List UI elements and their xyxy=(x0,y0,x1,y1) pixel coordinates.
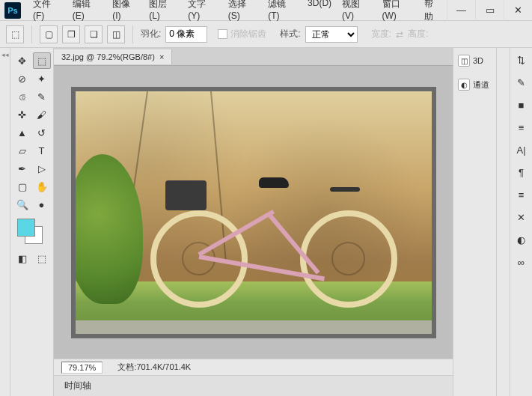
status-bar: 79.17% 文档:701.4K/701.4K xyxy=(54,359,453,375)
style-label: 样式: xyxy=(280,28,300,40)
adjust-icon[interactable]: ⇅ xyxy=(514,52,529,67)
window-controls: — ▭ ✕ xyxy=(447,0,532,21)
shape-tool[interactable]: ▢ xyxy=(13,178,31,195)
menu-3d[interactable]: 3D(D) xyxy=(303,0,336,26)
panel-channels-label: 通道 xyxy=(473,79,489,91)
stamp-tool[interactable]: ▲ xyxy=(13,124,31,141)
color-swatches[interactable] xyxy=(17,219,47,246)
panel-3d[interactable]: ◫3D xyxy=(456,52,493,69)
menu-help[interactable]: 帮助 xyxy=(420,0,447,26)
timeline-label: 时间轴 xyxy=(64,380,91,392)
hand-tool[interactable]: ✋ xyxy=(33,178,51,195)
menu-edit[interactable]: 编辑(E) xyxy=(68,0,106,26)
cube-icon: ◫ xyxy=(458,55,470,67)
feather-label: 羽化: xyxy=(141,28,161,40)
menu-file[interactable]: 文件(F) xyxy=(28,0,67,26)
add-selection-button[interactable]: ❐ xyxy=(62,25,80,43)
color-panel-icon[interactable]: ◐ xyxy=(514,232,529,247)
pen-tool[interactable]: ✒ xyxy=(13,160,31,177)
character-panel-icon[interactable]: A| xyxy=(514,142,529,157)
panel-3d-label: 3D xyxy=(473,56,483,65)
move-tool[interactable]: ✥ xyxy=(13,52,31,69)
wand-tool[interactable]: ✦ xyxy=(33,70,51,87)
channels-icon: ◐ xyxy=(458,79,470,91)
new-selection-button[interactable]: ▢ xyxy=(40,25,58,43)
document-tab-title: 32.jpg @ 79.2%(RGB/8#) xyxy=(61,52,155,61)
brush-panel-icon[interactable]: ✎ xyxy=(514,75,529,90)
history-brush-tool[interactable]: ↺ xyxy=(33,124,51,141)
blur-tool[interactable]: ● xyxy=(33,196,51,213)
menu-select[interactable]: 选择(S) xyxy=(224,0,262,26)
foreground-color-swatch[interactable] xyxy=(17,219,35,237)
toolbox: ✥⬚ ⊘✦ ⟃✎ ✜🖌 ▲↺ ▱T ✒▷ ▢✋ 🔍● ◧⬚ xyxy=(10,48,54,396)
canvas-image-bicycle xyxy=(150,143,397,308)
eraser-tool[interactable]: ▱ xyxy=(13,142,31,159)
style-select[interactable]: 正常 xyxy=(305,26,358,43)
right-collapse-strip[interactable] xyxy=(496,48,510,396)
close-button[interactable]: ✕ xyxy=(504,0,532,21)
layers-panel-icon[interactable]: ≡ xyxy=(514,120,529,135)
right-panel-group: ◫3D ◐通道 xyxy=(453,48,496,396)
timeline-panel[interactable]: 时间轴 xyxy=(54,375,453,396)
marquee-tool[interactable]: ⬚ xyxy=(33,52,51,69)
left-collapse-strip[interactable]: ◂◂ xyxy=(0,48,10,396)
tools-panel-icon[interactable]: ✕ xyxy=(514,210,529,225)
quickmask-tool[interactable]: ◧ xyxy=(13,250,31,266)
menu-type[interactable]: 文字(Y) xyxy=(183,0,221,26)
zoom-tool[interactable]: 🔍 xyxy=(13,196,31,213)
maximize-button[interactable]: ▭ xyxy=(475,0,504,21)
minimize-button[interactable]: — xyxy=(447,0,475,21)
menu-filter[interactable]: 滤镜(T) xyxy=(263,0,302,26)
cc-panel-icon[interactable]: ∞ xyxy=(514,255,529,269)
swatches-panel-icon[interactable]: ■ xyxy=(514,97,529,112)
path-select-tool[interactable]: ▷ xyxy=(33,160,51,177)
menu-layer[interactable]: 图层(L) xyxy=(144,0,182,26)
type-tool[interactable]: T xyxy=(33,142,51,159)
menu-view[interactable]: 视图(V) xyxy=(337,0,376,26)
antialias-label: 消除锯齿 xyxy=(230,28,266,39)
crop-tool[interactable]: ⟃ xyxy=(13,88,31,105)
eyedropper-tool[interactable]: ✎ xyxy=(33,88,51,105)
tool-preset-button[interactable]: ⬚ xyxy=(6,25,24,43)
feather-input[interactable] xyxy=(165,26,207,43)
subtract-selection-button[interactable]: ❏ xyxy=(85,25,103,43)
zoom-display[interactable]: 79.17% xyxy=(61,362,103,374)
document-tab[interactable]: 32.jpg @ 79.2%(RGB/8#) × xyxy=(54,49,172,64)
document-tabs: 32.jpg @ 79.2%(RGB/8#) × xyxy=(54,48,453,66)
panel-channels[interactable]: ◐通道 xyxy=(456,76,493,93)
canvas[interactable] xyxy=(71,87,436,338)
document-tab-close-icon[interactable]: × xyxy=(159,52,164,61)
intersect-selection-button[interactable]: ◫ xyxy=(107,25,125,43)
swap-wh-icon[interactable]: ⇄ xyxy=(396,29,403,40)
height-label: 高度: xyxy=(408,28,428,40)
menu-window[interactable]: 窗口(W) xyxy=(378,0,419,26)
doc-size-label: 文档: xyxy=(117,362,136,371)
screenmode-tool[interactable]: ⬚ xyxy=(33,250,51,266)
menu-image[interactable]: 图像(I) xyxy=(108,0,143,26)
antialias-checkbox[interactable] xyxy=(218,29,227,39)
heal-tool[interactable]: ✜ xyxy=(13,106,31,123)
app-logo: Ps xyxy=(4,2,21,19)
lasso-tool[interactable]: ⊘ xyxy=(13,70,31,87)
properties-panel-icon[interactable]: ≡ xyxy=(514,187,529,202)
menubar: 文件(F) 编辑(E) 图像(I) 图层(L) 文字(Y) 选择(S) 滤镜(T… xyxy=(28,0,447,26)
titlebar: Ps 文件(F) 编辑(E) 图像(I) 图层(L) 文字(Y) 选择(S) 滤… xyxy=(0,0,532,21)
canvas-area[interactable] xyxy=(54,66,453,359)
doc-size-value: 701.4K/701.4K xyxy=(136,362,191,371)
brush-tool[interactable]: 🖌 xyxy=(33,106,51,123)
paragraph-panel-icon[interactable]: ¶ xyxy=(514,165,529,180)
width-label: 宽度: xyxy=(371,28,391,40)
right-tool-strip: ⇅ ✎ ■ ≡ A| ¶ ≡ ✕ ◐ ∞ xyxy=(510,48,532,396)
